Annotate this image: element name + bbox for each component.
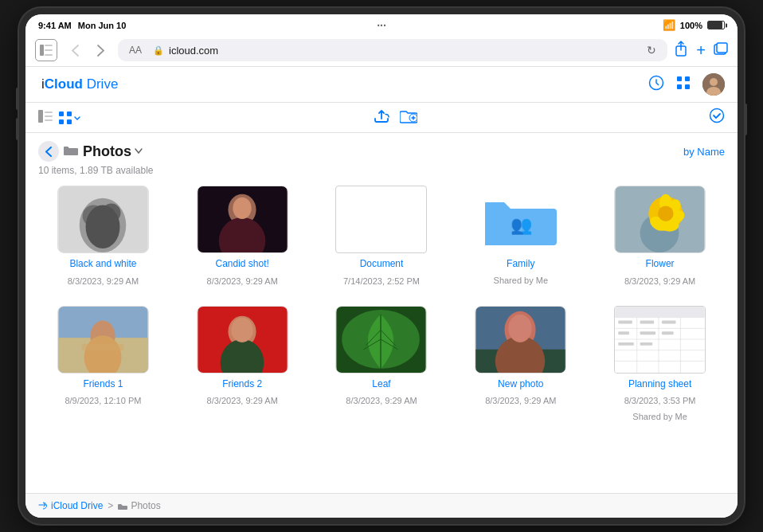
- file-date: 8/3/2023, 3:53 PM: [624, 395, 696, 406]
- content-area[interactable]: Photos by Name 10 items, 1.89 TB availab…: [25, 133, 738, 493]
- file-date: 8/9/2023, 12:10 PM: [65, 395, 141, 406]
- svg-rect-30: [58, 186, 147, 252]
- toolbar: [25, 103, 738, 133]
- file-name: Family: [507, 258, 534, 271]
- toolbar-left: [38, 110, 81, 126]
- file-date: 8/3/2023, 9:29 AM: [207, 395, 278, 406]
- svg-rect-6: [717, 43, 727, 53]
- svg-rect-11: [685, 84, 690, 89]
- svg-rect-20: [67, 111, 72, 116]
- toolbar-center: [373, 108, 417, 127]
- folder-name[interactable]: Photos: [83, 143, 143, 160]
- browser-actions: +: [674, 41, 728, 61]
- battery-icon: [707, 21, 725, 29]
- upload-button[interactable]: [373, 108, 390, 127]
- items-info: 10 items, 1.89 TB available: [38, 165, 725, 186]
- list-item[interactable]: Leaf 8/3/2023, 9:29 AM: [317, 306, 447, 421]
- svg-text:👥: 👥: [510, 214, 532, 236]
- avatar[interactable]: [702, 73, 725, 96]
- file-name: Document: [360, 258, 404, 271]
- file-date: 7/14/2023, 2:52 PM: [343, 276, 420, 287]
- svg-rect-21: [59, 119, 64, 124]
- svg-rect-16: [45, 111, 53, 113]
- svg-rect-78: [640, 320, 655, 323]
- file-thumbnail: [614, 186, 706, 253]
- file-name: Friends 2: [222, 378, 262, 391]
- svg-rect-80: [618, 331, 629, 334]
- svg-rect-1: [45, 45, 53, 46]
- status-left: 9:41 AM Mon Jun 10: [38, 21, 126, 30]
- add-tab-button[interactable]: +: [696, 41, 706, 60]
- list-item[interactable]: Black and white 8/3/2023, 9:29 AM: [38, 186, 168, 287]
- file-thumbnail: [197, 186, 288, 253]
- svg-rect-77: [618, 320, 632, 323]
- list-item[interactable]: 👥 Family Shared by Me: [456, 186, 585, 287]
- file-thumbnail: [335, 306, 427, 374]
- date: Mon Jun 10: [78, 21, 127, 30]
- list-item[interactable]: Friends 2 8/3/2023, 9:29 AM: [178, 306, 307, 421]
- svg-rect-18: [45, 119, 53, 121]
- status-right: 📶 100%: [663, 19, 725, 31]
- new-folder-button[interactable]: [400, 108, 417, 127]
- file-thumbnail: [57, 306, 149, 374]
- grid-view-button[interactable]: [59, 111, 81, 124]
- list-item[interactable]: Candid shot! 8/3/2023, 9:29 AM: [178, 186, 307, 287]
- sort-button[interactable]: by Name: [683, 146, 725, 158]
- tabs-button[interactable]: [714, 42, 728, 59]
- svg-rect-84: [640, 342, 653, 346]
- select-button[interactable]: [709, 111, 725, 127]
- breadcrumb-separator: >: [108, 500, 113, 511]
- url-text: icloud.com: [169, 45, 218, 57]
- icloud-logo: iCloud Drive: [38, 76, 118, 92]
- file-date: 8/3/2023, 9:29 AM: [207, 276, 278, 287]
- file-name: New photo: [498, 378, 543, 391]
- breadcrumb-icloud-drive[interactable]: iCloud Drive: [38, 500, 103, 511]
- svg-point-13: [710, 78, 718, 86]
- list-item[interactable]: Flower 8/3/2023, 9:29 AM: [595, 186, 725, 287]
- forward-button[interactable]: [89, 39, 112, 61]
- svg-point-45: [658, 205, 674, 221]
- wifi-icon: 📶: [663, 19, 675, 31]
- grid-icon[interactable]: [675, 75, 691, 95]
- volume-up-button: [16, 88, 19, 110]
- url-aa: AA: [129, 45, 142, 56]
- back-button[interactable]: [64, 39, 86, 61]
- files-grid: Black and white 8/3/2023, 9:29 AM: [38, 186, 725, 421]
- reload-button[interactable]: ↻: [647, 44, 656, 57]
- ipad-screen: 9:41 AM Mon Jun 10 ··· 📶 100%: [25, 14, 738, 518]
- icloud-brand: iCloud Drive: [41, 76, 118, 92]
- document-preview: [378, 195, 385, 244]
- browser-bar: AA 🔒 icloud.com ↻ +: [25, 34, 738, 67]
- file-name: Planning sheet: [628, 378, 691, 391]
- file-name: Candid shot!: [216, 258, 269, 271]
- url-bar[interactable]: AA 🔒 icloud.com ↻: [118, 39, 667, 61]
- battery-percent: 100%: [680, 21, 702, 30]
- svg-rect-79: [662, 320, 676, 323]
- file-name: Friends 1: [83, 378, 123, 391]
- svg-rect-76: [615, 307, 704, 318]
- volume-down-button: [16, 118, 19, 140]
- file-shared: Shared by Me: [632, 412, 687, 421]
- list-item[interactable]: New photo 8/3/2023, 9:29 AM: [456, 306, 585, 421]
- list-item[interactable]: Friends 1 8/9/2023, 12:10 PM: [38, 306, 168, 421]
- file-thumbnail: [614, 306, 706, 374]
- sidebar-view-button[interactable]: [38, 110, 53, 126]
- folder-nav: Photos: [38, 141, 143, 162]
- bottom-bar: iCloud Drive > Photos: [25, 493, 738, 518]
- file-name: Leaf: [372, 378, 390, 391]
- file-date: 8/3/2023, 9:29 AM: [485, 395, 556, 406]
- sidebar-toggle-button[interactable]: [35, 39, 57, 61]
- file-name: Flower: [646, 258, 675, 271]
- file-thumbnail: [57, 186, 149, 253]
- svg-rect-3: [45, 54, 53, 56]
- list-item[interactable]: Document 7/14/2023, 2:52 PM: [317, 186, 447, 287]
- clock-icon[interactable]: [648, 75, 664, 95]
- share-button[interactable]: [674, 41, 688, 61]
- svg-rect-17: [45, 115, 53, 117]
- svg-rect-10: [677, 84, 682, 89]
- breadcrumb-photos: Photos: [118, 500, 160, 511]
- folder-back-button[interactable]: [38, 141, 59, 162]
- list-item[interactable]: Planning sheet 8/3/2023, 3:53 PM Shared …: [595, 306, 725, 421]
- file-date: 8/3/2023, 9:29 AM: [624, 276, 695, 287]
- header-actions: [648, 73, 725, 96]
